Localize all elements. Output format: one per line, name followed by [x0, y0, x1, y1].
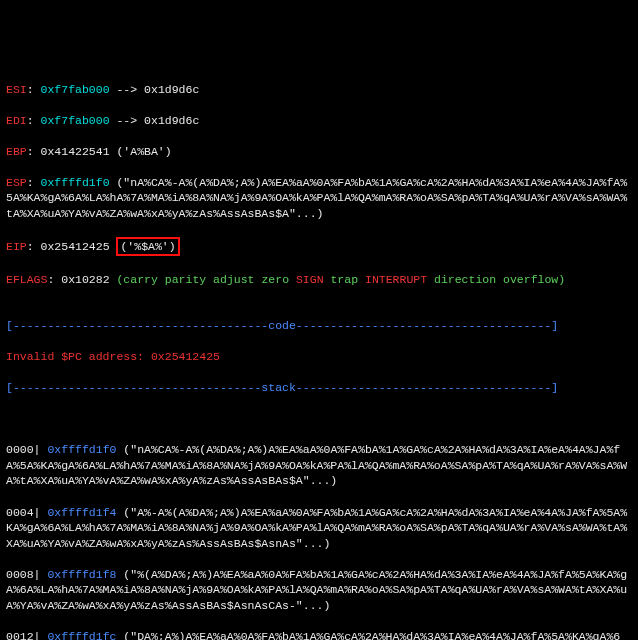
reg-esp: ESP: 0xffffd1f0 ("nA%CA%-A%(A%DA%;A%)A%E… [6, 175, 632, 222]
reg-esi: ESI: 0xf7fab000 --> 0x1d9d6c [6, 82, 632, 98]
stack-row: 0008| 0xffffd1f8 ("%(A%DA%;A%)A%EA%aA%0A… [6, 567, 632, 614]
stack-section-rule: [------------------------------------sta… [6, 380, 632, 396]
code-section-rule: [-------------------------------------co… [6, 318, 632, 334]
stack-row: 0004| 0xffffd1f4 ("A%-A%(A%DA%;A%)A%EA%a… [6, 505, 632, 552]
reg-edi: EDI: 0xf7fab000 --> 0x1d9d6c [6, 113, 632, 129]
stack-row: 0000| 0xffffd1f0 ("nA%CA%-A%(A%DA%;A%)A%… [6, 442, 632, 489]
invalid-pc-line: Invalid $PC address: 0x25412425 [6, 349, 632, 365]
reg-eflags: EFLAGS: 0x10282 (carry parity adjust zer… [6, 272, 632, 288]
reg-ebp: EBP: 0x41422541 ('A%BA') [6, 144, 632, 160]
stack-row: 0012| 0xffffd1fc ("DA%;A%)A%EA%aA%0A%FA%… [6, 629, 632, 640]
reg-eip: EIP: 0x25412425 ('%$A%') [6, 237, 632, 257]
